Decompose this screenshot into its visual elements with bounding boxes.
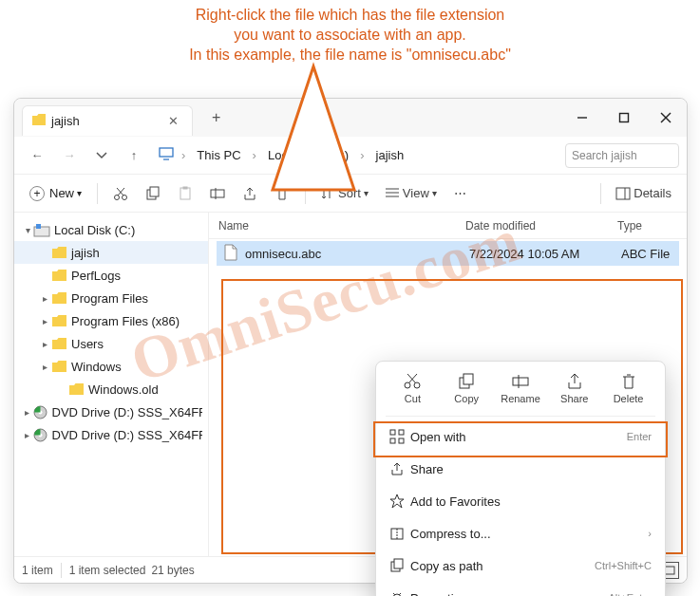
separator	[305, 183, 306, 204]
new-button[interactable]: +New▾	[22, 179, 89, 208]
chevron-right-icon: ›	[356, 148, 368, 162]
annotation-line: you want to associate with an app.	[38, 26, 662, 46]
open-with-icon	[389, 429, 410, 444]
cut-button[interactable]	[105, 179, 136, 208]
tree-node-users[interactable]: ▸Users	[14, 332, 208, 355]
separator	[97, 183, 98, 204]
svg-line-34	[408, 374, 417, 383]
dvd-icon	[32, 428, 48, 442]
chevron-right-icon: ›	[178, 148, 189, 162]
svg-rect-15	[211, 190, 224, 197]
svg-rect-43	[399, 438, 404, 443]
folder-icon	[50, 361, 67, 372]
new-tab-button[interactable]: +	[202, 109, 230, 126]
chevron-down-icon[interactable]	[86, 140, 117, 171]
tab-title: jajish	[51, 114, 80, 128]
crumb-this-pc[interactable]: This PC	[193, 146, 244, 164]
tree-node-windowsold[interactable]: Windows.old	[14, 378, 208, 400]
ctx-open-with[interactable]: Open with Enter	[376, 420, 665, 453]
tree-node-dvd1[interactable]: ▸DVD Drive (D:) SSS_X64FRE	[14, 400, 208, 423]
svg-rect-48	[394, 559, 403, 568]
ctx-properties[interactable]: Properties Alt+Enter	[376, 582, 665, 596]
tree-node-jajish[interactable]: jajish	[14, 241, 208, 264]
file-icon	[224, 245, 239, 263]
minimize-button[interactable]	[561, 99, 603, 137]
ctx-copy-path[interactable]: Copy as path Ctrl+Shift+C	[376, 549, 665, 582]
ctx-label: Rename	[501, 393, 540, 404]
folder-icon	[50, 292, 67, 304]
tree-label: Program Files	[71, 291, 148, 306]
tree-label: Windows.old	[88, 382, 159, 397]
ctx-cut-button[interactable]: Cut	[388, 373, 437, 404]
more-button[interactable]: ⋯	[446, 179, 474, 208]
copy-button[interactable]	[138, 179, 168, 208]
ctx-share[interactable]: Share	[376, 453, 665, 485]
properties-icon	[389, 590, 410, 596]
col-type[interactable]: Type	[608, 219, 687, 233]
ctx-favorites[interactable]: Add to Favorites	[376, 485, 665, 517]
ctx-label: Cut	[405, 393, 421, 404]
tree-node-windows[interactable]: ▸Windows	[14, 355, 208, 378]
star-icon	[389, 494, 410, 509]
tree-node-progfilesx86[interactable]: ▸Program Files (x86)	[14, 309, 208, 332]
share-button[interactable]	[235, 179, 265, 208]
folder-icon	[50, 315, 67, 326]
details-pane-button[interactable]: Details	[609, 179, 679, 208]
svg-rect-13	[180, 188, 190, 199]
sort-label: Sort	[338, 186, 361, 200]
view-button[interactable]: View▾	[378, 179, 445, 208]
forward-button[interactable]: →	[54, 140, 85, 171]
svg-rect-37	[464, 374, 473, 384]
tree-label: Local Disk (C:)	[54, 223, 135, 237]
folder-icon	[67, 383, 85, 395]
new-label: New	[49, 186, 74, 200]
ctx-shortcut: Alt+Enter	[608, 592, 652, 596]
tab-close-button[interactable]: ✕	[162, 114, 184, 128]
file-name: omnisecu.abc	[245, 247, 321, 261]
svg-point-8	[123, 195, 127, 199]
close-button[interactable]	[645, 99, 687, 137]
file-row-selected[interactable]: omnisecu.abc 7/22/2024 10:05 AM ABC File	[217, 241, 679, 266]
column-headers[interactable]: Name Date modified Type	[209, 213, 687, 239]
tree-label: Users	[71, 337, 104, 351]
maximize-button[interactable]	[603, 99, 645, 137]
window-tab[interactable]: jajish ✕	[22, 105, 193, 136]
up-button[interactable]: ↑	[119, 140, 149, 171]
svg-rect-5	[160, 148, 173, 157]
svg-marker-44	[390, 494, 404, 508]
col-date[interactable]: Date modified	[456, 219, 608, 233]
tree-node-perflogs[interactable]: PerfLogs	[14, 264, 208, 287]
svg-rect-31	[665, 567, 674, 574]
col-name[interactable]: Name	[209, 219, 456, 233]
ctx-rename-button[interactable]: Rename	[496, 373, 545, 404]
folder-icon	[50, 247, 67, 258]
ctx-compress[interactable]: Compress to... ›	[376, 517, 665, 549]
search-input[interactable]: Search jajish	[565, 143, 679, 168]
chevron-right-icon: ›	[249, 148, 260, 162]
ctx-copy-button[interactable]: Copy	[442, 373, 491, 404]
tree-node-disk[interactable]: ▾Local Disk (C:)	[14, 218, 208, 241]
sort-button[interactable]: Sort▾	[313, 179, 376, 208]
ctx-item-label: Open with	[410, 430, 466, 444]
title-bar: jajish ✕ +	[14, 99, 687, 137]
separator	[61, 563, 62, 578]
copy-path-icon	[389, 558, 410, 573]
back-button[interactable]: ←	[22, 140, 52, 171]
rename-button[interactable]	[202, 179, 233, 208]
tree-label: DVD Drive (D:) SSS_X64FRE	[52, 428, 202, 442]
tree-node-progfiles[interactable]: ▸Program Files	[14, 287, 208, 309]
svg-line-9	[118, 188, 124, 196]
svg-line-10	[117, 188, 123, 196]
share-icon	[389, 461, 410, 476]
crumb-folder[interactable]: jajish	[372, 146, 408, 164]
ctx-label: Delete	[614, 393, 644, 404]
ctx-share-button[interactable]: Share	[550, 373, 599, 404]
ctx-delete-button[interactable]: Delete	[604, 373, 653, 404]
svg-rect-20	[616, 188, 630, 199]
breadcrumb[interactable]: › This PC › Local Disk (C:) › jajish	[151, 146, 563, 164]
paste-button[interactable]	[170, 179, 200, 208]
delete-button[interactable]	[267, 179, 297, 208]
crumb-disk[interactable]: Local Disk (C:)	[264, 146, 352, 164]
tree-node-dvd2[interactable]: ▸DVD Drive (D:) SSS_X64FRE	[14, 423, 208, 446]
svg-point-32	[405, 382, 410, 388]
